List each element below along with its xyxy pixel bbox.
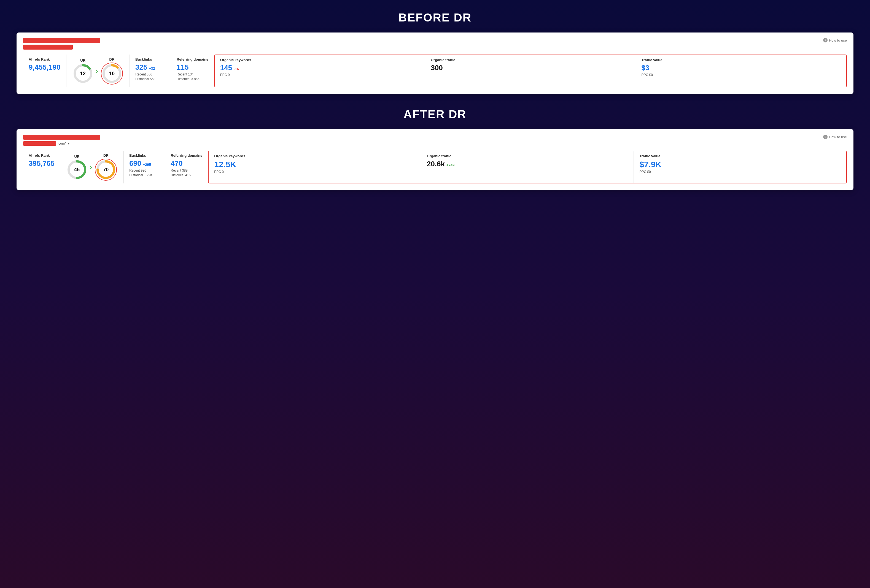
before-ahrefs-rank: Ahrefs Rank 9,455,190 [23,55,66,87]
after-card-header: .com/ ▼ ? How to use [23,135,847,146]
after-referring-domains-label: Referring domains [171,153,202,157]
after-ur-gauge: 45 [67,160,87,180]
after-how-to-use-label: How to use [829,135,847,139]
after-referring-domains-value: 470 [171,159,202,168]
before-organic-keywords: Organic keywords 145 -16 PPC 0 [215,55,425,87]
before-backlinks: Backlinks 325 +32 Recent 366 Historical … [130,55,171,87]
before-card: ? How to use Ahrefs Rank 9,455,190 UR 12 [16,33,854,94]
before-how-to-use[interactable]: ? How to use [823,38,847,42]
before-dr-border: 10 [101,62,123,85]
before-traffic-value-ppc: PPC $0 [642,73,841,77]
after-backlinks-historical: Historical 1.29K [129,173,159,177]
before-redacted-sub [23,45,73,50]
before-dr-gauge: 10 [102,64,122,83]
help-icon: ? [823,38,828,42]
before-organic-keywords-badge: -16 [234,67,239,71]
after-referring-domains-historical: Historical 416 [171,173,202,177]
after-backlinks-label: Backlinks [129,153,159,157]
before-dr-container: DR 10 [101,57,123,85]
after-metrics-row: Ahrefs Rank 395,765 UR 45 › DR [23,151,847,183]
after-domain-row: .com/ ▼ [23,141,100,146]
after-backlinks-value: 690 [129,159,141,168]
before-organic-keywords-ppc: PPC 0 [220,73,419,77]
after-title: AFTER DR [16,108,854,121]
before-backlinks-label: Backlinks [135,57,165,61]
before-title: BEFORE DR [16,11,854,24]
after-organic-traffic-label: Organic traffic [427,154,628,158]
after-organic-traffic-badge: +749 [447,163,454,167]
after-gauge-arrow-icon: › [89,163,92,172]
before-backlinks-recent: Recent 366 [135,73,165,76]
before-organic-traffic: Organic traffic 300 [425,55,636,87]
after-ahrefs-rank-label: Ahrefs Rank [29,153,55,157]
after-how-to-use[interactable]: ? How to use [823,135,847,139]
before-organic-traffic-label: Organic traffic [431,58,630,62]
before-ur-container: UR 12 [73,58,93,83]
before-ur-gauge: 12 [73,64,93,83]
after-organic-keywords-label: Organic keywords [214,154,416,158]
before-metrics-row: Ahrefs Rank 9,455,190 UR 12 › DR [23,55,847,87]
before-backlinks-badge: +32 [149,66,155,70]
after-ahrefs-rank-value: 395,765 [29,159,55,168]
before-referring-domains-historical: Historical 3.86K [177,77,209,81]
after-traffic-value: Traffic value $7.9K PPC $0 [634,151,846,183]
gauge-arrow-icon: › [95,67,98,76]
before-traffic-value-value: $3 [642,64,841,72]
before-ahrefs-rank-label: Ahrefs Rank [29,57,61,61]
before-traffic-value-label: Traffic value [642,58,841,62]
before-dr-label: DR [109,57,115,61]
after-referring-domains-recent: Recent 389 [171,169,202,172]
after-card: .com/ ▼ ? How to use Ahrefs Rank 395,765… [16,129,854,190]
before-organic-keywords-value: 145 [220,64,232,72]
after-help-icon: ? [823,135,828,139]
before-ur-value: 12 [80,71,86,77]
before-referring-domains: Referring domains 115 Recent 134 Histori… [171,55,214,87]
after-backlinks-badge: +295 [143,162,151,166]
after-dr-border: 70 [95,159,117,181]
before-card-header: ? How to use [23,38,847,50]
before-organic-traffic-value: 300 [431,64,630,72]
after-backlinks-recent: Recent 926 [129,169,159,172]
before-traffic-value: Traffic value $3 PPC $0 [636,55,846,87]
before-redacted-url [23,38,100,43]
before-highlighted-box: Organic keywords 145 -16 PPC 0 Organic t… [214,55,847,87]
before-backlinks-value: 325 [135,63,147,71]
after-dr-container: DR 70 [95,153,117,181]
before-gauge-section: UR 12 › DR [66,55,130,87]
after-backlinks: Backlinks 690 +295 Recent 926 Historical… [124,151,165,183]
how-to-use-label: How to use [829,38,847,42]
after-gauge-section: UR 45 › DR [60,151,124,183]
after-domain-suffix: .com/ [58,141,66,146]
after-organic-keywords: Organic keywords 12.5K PPC 0 [209,151,422,183]
after-highlighted-box: Organic keywords 12.5K PPC 0 Organic tra… [208,151,847,183]
before-referring-domains-recent: Recent 134 [177,73,209,76]
after-traffic-value-value: $7.9K [639,160,841,169]
before-ur-label: UR [80,58,85,62]
before-referring-domains-value: 115 [177,63,209,71]
after-organic-keywords-ppc: PPC 0 [214,170,416,174]
after-dr-value: 70 [103,167,109,173]
after-organic-traffic: Organic traffic 20.6k +749 [422,151,634,183]
after-referring-domains: Referring domains 470 Recent 389 Histori… [165,151,208,183]
after-ahrefs-rank: Ahrefs Rank 395,765 [23,151,60,183]
after-ur-value: 45 [74,167,80,173]
before-organic-keywords-label: Organic keywords [220,58,419,62]
after-organic-keywords-value: 12.5K [214,160,416,169]
before-header-left [23,38,100,50]
after-redacted-url [23,135,100,140]
after-ur-container: UR 45 [67,154,87,180]
after-traffic-value-ppc: PPC $0 [639,170,841,174]
after-header-left: .com/ ▼ [23,135,100,146]
after-traffic-value-label: Traffic value [639,154,841,158]
after-organic-traffic-value: 20.6k [427,160,445,168]
after-ur-label: UR [74,154,80,159]
after-caret-icon: ▼ [67,141,70,146]
before-ahrefs-rank-value: 9,455,190 [29,63,61,71]
before-dr-value: 10 [109,71,115,77]
before-referring-domains-label: Referring domains [177,57,209,61]
before-backlinks-historical: Historical 558 [135,77,165,81]
after-dr-label: DR [103,153,109,157]
after-dr-gauge: 70 [96,160,116,180]
after-redacted-domain [23,141,56,146]
